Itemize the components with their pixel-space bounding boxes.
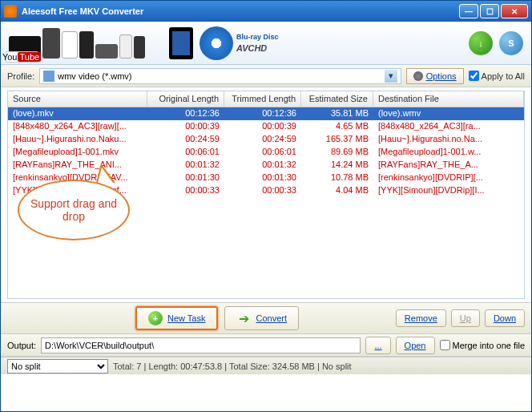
window-title: Aleesoft Free MKV Converter <box>22 6 459 16</box>
banner: YouTube Blu-ray DiscAVCHD ↓ S <box>1 22 531 65</box>
output-bar: Output: ... Open Merge into one file <box>1 334 531 357</box>
youtube-logo: YouTube <box>6 51 38 63</box>
app-icon <box>4 5 17 18</box>
download-button[interactable]: ↓ <box>469 31 493 55</box>
status-text: Total: 7 | Length: 00:47:53.8 | Total Si… <box>113 362 352 371</box>
output-label: Output: <box>7 341 36 350</box>
apply-all-checkbox[interactable]: Apply to All <box>469 71 525 81</box>
col-original-length[interactable]: Original Length <box>147 91 224 107</box>
col-source[interactable]: Source <box>8 91 147 107</box>
titlebar[interactable]: Aleesoft Free MKV Converter — ☐ ✕ <box>1 1 531 22</box>
s-button[interactable]: S <box>499 31 523 55</box>
chevron-down-icon[interactable]: ▾ <box>385 70 397 83</box>
plus-icon: + <box>148 311 163 325</box>
new-task-button[interactable]: + New Task <box>135 306 218 330</box>
table-header: Source Original Length Trimmed Length Es… <box>8 91 524 107</box>
app-window: Aleesoft Free MKV Converter — ☐ ✕ YouTub… <box>0 0 532 412</box>
minimize-button[interactable]: — <box>459 4 478 18</box>
drag-drop-callout: Support drag and drop <box>18 180 130 240</box>
profile-select[interactable]: wmv video (*.wmv) ▾ <box>39 68 401 84</box>
file-type-icon <box>43 71 54 82</box>
gear-icon <box>413 71 423 81</box>
action-bar: + New Task ➔ Convert Remove Up Down <box>1 302 531 334</box>
up-button[interactable]: Up <box>451 309 480 327</box>
table-row[interactable]: [Hauu~].Higurashi.no.Naku...00:24:5900:2… <box>8 133 524 146</box>
bluray-disc-icon <box>200 26 233 60</box>
arrow-right-icon: ➔ <box>236 311 251 325</box>
open-button[interactable]: Open <box>396 337 435 354</box>
merge-checkbox[interactable]: Merge into one file <box>440 340 526 350</box>
convert-button[interactable]: ➔ Convert <box>224 306 299 330</box>
table-row[interactable]: (love).mkv00:12:3600:12:3635.81 MB(love)… <box>8 107 524 120</box>
table-row[interactable]: [RAYFans]RAY_THE_ANI...00:01:3200:01:321… <box>8 159 524 172</box>
status-bar: No split Total: 7 | Length: 00:47:53.8 |… <box>1 357 531 374</box>
table-row[interactable]: [Megafileupload]1-001.mkv00:06:0100:06:0… <box>8 146 524 159</box>
split-select[interactable]: No split <box>7 359 108 374</box>
file-table: Source Original Length Trimmed Length Es… <box>7 91 525 299</box>
remove-button[interactable]: Remove <box>396 309 446 327</box>
col-trimmed-length[interactable]: Trimmed Length <box>224 91 301 107</box>
options-button[interactable]: Options <box>406 68 464 84</box>
profile-bar: Profile: wmv video (*.wmv) ▾ Options App… <box>1 65 531 87</box>
browse-button[interactable]: ... <box>365 337 390 354</box>
col-destination[interactable]: Destination File <box>373 91 524 107</box>
col-estimated-size[interactable]: Estimated Size <box>301 91 373 107</box>
ipad-image <box>169 27 193 59</box>
avchd-logo: Blu-ray DiscAVCHD <box>236 33 279 54</box>
table-row[interactable]: [848x480_x264_AC3][raw][...00:00:3900:00… <box>8 120 524 133</box>
profile-value: wmv video (*.wmv) <box>58 71 131 81</box>
profile-label: Profile: <box>7 71 34 81</box>
down-button[interactable]: Down <box>485 309 525 327</box>
maximize-button[interactable]: ☐ <box>480 4 499 18</box>
output-path-input[interactable] <box>41 337 361 353</box>
close-button[interactable]: ✕ <box>501 4 528 18</box>
